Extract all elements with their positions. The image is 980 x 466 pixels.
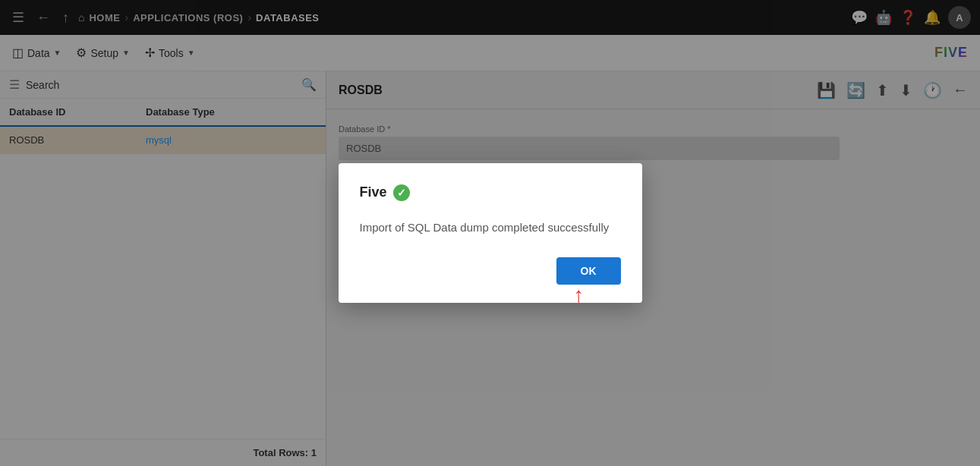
modal-message: Import of SQL Data dump completed succes… xyxy=(360,219,621,237)
ok-button[interactable]: OK xyxy=(556,257,621,285)
modal-title: Five xyxy=(360,184,387,200)
modal-dialog: Five ✓ Import of SQL Data dump completed… xyxy=(339,163,642,304)
ok-button-wrapper: OK ↑ xyxy=(556,257,621,285)
modal-footer: OK ↑ xyxy=(360,257,621,285)
modal-overlay: Five ✓ Import of SQL Data dump completed… xyxy=(0,0,980,466)
success-check-icon: ✓ xyxy=(393,184,410,201)
cursor-arrow: ↑ xyxy=(574,285,585,306)
modal-title-row: Five ✓ xyxy=(360,184,621,201)
